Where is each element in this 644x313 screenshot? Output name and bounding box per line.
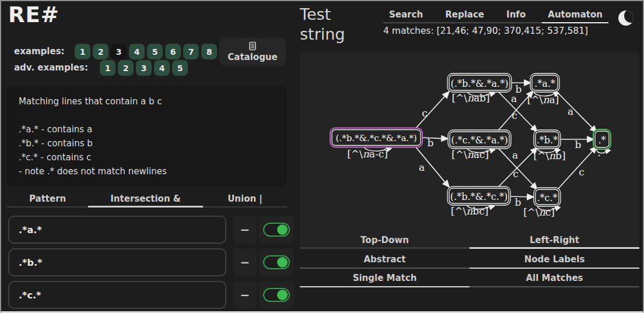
remove-pattern-button[interactable]: − — [233, 216, 257, 244]
example-button-7[interactable]: 7 — [183, 44, 199, 59]
description-line: .*b.* - contains b — [19, 136, 275, 150]
svg-text:.*b.*: .*b.* — [537, 135, 558, 146]
automaton-graph: cbabacacbabc(.*b.*&.*c.*&.*a.*)[^\na-c](… — [300, 52, 639, 233]
pattern-enabled-toggle[interactable] — [263, 223, 290, 237]
svg-text:a: a — [568, 105, 573, 117]
remove-pattern-button[interactable]: − — [233, 281, 257, 309]
svg-text:a: a — [512, 149, 518, 161]
pattern-input[interactable] — [8, 216, 226, 244]
pattern-row: − — [8, 281, 287, 309]
catalogue-label: Catalogue — [228, 52, 277, 62]
example-button-3[interactable]: 3 — [111, 44, 127, 59]
description-line — [19, 108, 275, 122]
matches-summary: 4 matches: [21,46; 47,90; 370,415; 537,5… — [383, 26, 608, 36]
toggle-option-node-labels[interactable]: Node Labels — [470, 251, 639, 269]
svg-text:[^\na-c]: [^\na-c] — [347, 148, 388, 160]
svg-text:[^\na]: [^\na] — [527, 94, 559, 105]
labels-toggle: AbstractNode Labels — [300, 251, 639, 269]
description-line: .*a.* - contains a — [19, 122, 275, 136]
svg-text:[^\nb]: [^\nb] — [533, 150, 565, 161]
test-string-title: Test string — [300, 5, 370, 44]
toggle-box — [259, 281, 294, 309]
tab-intersection[interactable]: Intersection & — [88, 191, 203, 208]
match-mode-toggle: Single MatchAll Matches — [300, 270, 639, 287]
result-tabs: SearchReplaceInfoAutomaton — [383, 7, 608, 23]
pattern-input[interactable] — [8, 248, 226, 276]
svg-text:a: a — [419, 161, 425, 173]
svg-text:.*c.*: .*c.* — [537, 192, 557, 203]
re-sharp-window: RE# examples: 12345678 adv. examples: 12… — [0, 0, 644, 313]
tab-replace[interactable]: Replace — [439, 7, 490, 23]
example-button-8[interactable]: 8 — [201, 44, 217, 59]
adv-examples-buttons: 12345 — [100, 60, 188, 76]
svg-text:.*a.*: .*a.* — [534, 78, 555, 89]
moon-icon[interactable] — [618, 10, 634, 26]
toggle-option-abstract[interactable]: Abstract — [300, 251, 470, 269]
svg-text:c: c — [579, 166, 584, 178]
examples-label: examples: — [14, 46, 65, 57]
example-button-6[interactable]: 6 — [165, 44, 181, 59]
svg-text:(.*b.*&.*a.*): (.*b.*&.*a.*) — [451, 78, 509, 89]
tab-info[interactable]: Info — [501, 7, 531, 23]
toggle-knob — [277, 257, 288, 268]
svg-text:(.*b.*&.*c.*&.*a.*): (.*b.*&.*c.*&.*a.*) — [336, 133, 417, 143]
svg-text:c: c — [512, 110, 517, 121]
svg-text:[^\nc]: [^\nc] — [523, 206, 555, 218]
svg-text:[^\nbc]: [^\nbc] — [451, 205, 489, 217]
svg-text:c: c — [513, 168, 519, 180]
svg-text:(.*c.*&.*a.*): (.*c.*&.*a.*) — [451, 135, 508, 146]
automaton-node-ba: (.*b.*&.*a.*)[^\nab] — [447, 73, 512, 104]
automaton-node-bc: (.*b.*&.*c.*)[^\nbc] — [447, 187, 510, 217]
svg-text:b: b — [575, 139, 582, 150]
description-line: - note .* does not match newlines — [19, 164, 275, 178]
automaton-node-c: .*c.*[^\nc] — [523, 188, 561, 218]
remove-pattern-button[interactable]: − — [233, 248, 257, 276]
toggle-knob — [277, 290, 288, 300]
example-button-2[interactable]: 2 — [93, 44, 108, 59]
adv-example-button-1[interactable]: 1 — [100, 60, 116, 76]
adv-example-button-4[interactable]: 4 — [154, 60, 170, 76]
orientation-toggle: Top-DownLeft-Right — [300, 233, 639, 249]
pattern-input[interactable] — [8, 281, 226, 309]
pattern-enabled-toggle[interactable] — [263, 288, 290, 302]
svg-text:b: b — [515, 196, 522, 208]
automaton-node-ca: (.*c.*&.*a.*)[^\nac] — [448, 130, 511, 160]
examples-buttons: 12345678 — [75, 44, 217, 59]
example-button-5[interactable]: 5 — [147, 44, 163, 59]
example-button-4[interactable]: 4 — [129, 44, 145, 59]
description-line: .*c.* - contains c — [19, 150, 275, 164]
toggle-box — [259, 248, 294, 276]
adv-example-button-5[interactable]: 5 — [172, 60, 188, 76]
automaton-panel: cbabacacbabc(.*b.*&.*c.*&.*a.*)[^\na-c](… — [300, 52, 639, 249]
catalogue-button[interactable]: Catalogue — [219, 38, 286, 66]
adv-example-button-2[interactable]: 2 — [118, 60, 134, 76]
svg-text:.: . — [597, 147, 600, 159]
adv-example-button-3[interactable]: 3 — [136, 60, 152, 76]
tab-automaton[interactable]: Automaton — [542, 7, 608, 23]
automaton-node-acc: .*. — [593, 129, 611, 159]
toggle-option-all-matches[interactable]: All Matches — [470, 270, 639, 287]
svg-text:.*: .* — [598, 135, 606, 146]
svg-text:[^\nab]: [^\nab] — [452, 92, 489, 104]
app-logo: RE# — [8, 2, 60, 27]
svg-text:a: a — [511, 93, 517, 104]
svg-text:c: c — [422, 107, 428, 119]
toggle-option-top-down[interactable]: Top-Down — [300, 233, 470, 249]
toggle-knob — [277, 224, 288, 235]
adv-examples-label: adv. examples: — [14, 62, 88, 73]
svg-text:[^\nac]: [^\nac] — [452, 149, 489, 160]
toggle-option-left-right[interactable]: Left-Right — [470, 233, 639, 249]
tab-union[interactable]: Union | — [203, 191, 287, 208]
pattern-enabled-toggle[interactable] — [263, 255, 290, 269]
toggle-box — [259, 216, 294, 244]
automaton-node-a: .*a.*[^\na] — [527, 73, 559, 105]
pattern-row: − — [8, 248, 287, 276]
book-icon — [248, 41, 257, 51]
svg-text:b: b — [428, 137, 434, 149]
tab-search[interactable]: Search — [383, 7, 429, 23]
toggle-option-single-match[interactable]: Single Match — [300, 270, 470, 287]
description-line: Matching lines that contain a b c — [19, 94, 275, 108]
example-button-1[interactable]: 1 — [75, 44, 90, 59]
pattern-row: − — [8, 216, 287, 244]
tab-pattern[interactable]: Pattern — [7, 191, 88, 208]
